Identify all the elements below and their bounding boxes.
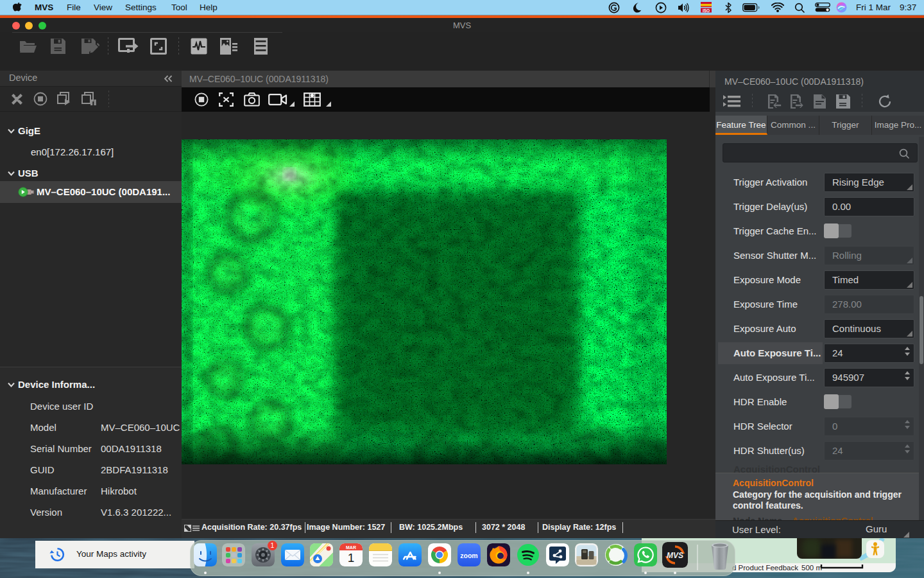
- svg-text:500 m: 500 m: [801, 564, 822, 572]
- svg-text:MAR: MAR: [346, 545, 356, 550]
- svg-text:d Product Feedback: d Product Feedback: [732, 564, 798, 572]
- svg-text:MVS: MVS: [667, 551, 683, 560]
- svg-text:ISO: ISO: [703, 8, 710, 13]
- svg-text:1: 1: [348, 551, 355, 565]
- svg-text:zoom: zoom: [460, 552, 477, 559]
